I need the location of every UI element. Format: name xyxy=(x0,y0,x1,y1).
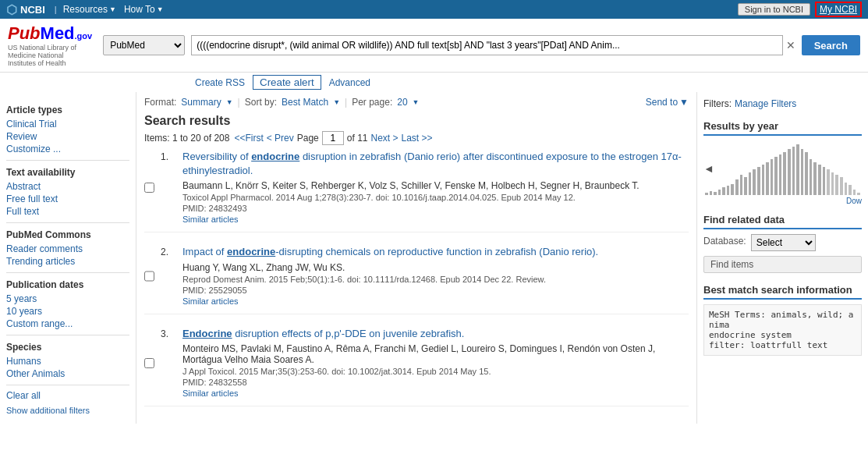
chart-bar[interactable] xyxy=(845,183,848,195)
format-select[interactable]: Summary xyxy=(181,97,221,108)
article-title-link-3[interactable]: Endocrine disruption effects of p,p'-DDE… xyxy=(182,328,464,339)
database-dropdown[interactable]: Select PubMed Gene Protein Nucleotide xyxy=(751,234,816,251)
filter-other-animals[interactable]: Other Animals xyxy=(6,367,129,380)
chart-bar[interactable] xyxy=(710,191,713,195)
find-items-button[interactable]: Find items xyxy=(703,256,862,273)
create-alert-button[interactable]: Create alert xyxy=(253,75,321,90)
chart-bar[interactable] xyxy=(766,162,769,195)
myncbi-link[interactable]: My NCBI xyxy=(820,4,857,15)
article-checkbox-1[interactable] xyxy=(144,151,154,224)
chart-bar[interactable] xyxy=(740,175,743,195)
chart-bar[interactable] xyxy=(788,149,791,195)
filter-custom-range[interactable]: Custom range... xyxy=(6,318,129,330)
chart-bar[interactable] xyxy=(796,144,799,195)
filter-free-full-text[interactable]: Free full text xyxy=(6,193,129,205)
article-content-2: Impact of endocrine-disrupting chemicals… xyxy=(182,245,689,305)
filter-full-text[interactable]: Full text xyxy=(6,205,129,218)
search-subnav: Create RSS Create alert Advanced xyxy=(0,73,868,92)
perpage-select[interactable]: 20 xyxy=(397,97,407,108)
chart-bar[interactable] xyxy=(771,159,774,195)
clear-all-link[interactable]: Clear all xyxy=(6,390,129,401)
nlm-tagline: US National Library of Medicine National… xyxy=(8,44,92,67)
chart-bar[interactable] xyxy=(835,175,838,195)
signin-button[interactable]: Sign in to NCBI xyxy=(738,3,810,16)
resources-menu[interactable]: Resources ▼ xyxy=(63,4,116,15)
page-label: Page xyxy=(297,133,319,144)
chart-bar[interactable] xyxy=(774,157,778,195)
pubmed-logo: PubMed.gov US National Library of Medici… xyxy=(8,23,92,67)
pagination: <<First < Prev Page 1 of 11 Next > Last … xyxy=(234,131,432,145)
next-page-link[interactable]: Next > xyxy=(371,133,399,144)
chart-bar[interactable] xyxy=(779,154,782,195)
database-select[interactable]: PubMed Nucleotide Protein Gene PMC All D… xyxy=(103,35,185,55)
ncbi-logo[interactable]: ⬡ NCBI xyxy=(6,2,45,17)
last-page-link[interactable]: Last >> xyxy=(402,133,433,144)
article-checkbox-2[interactable] xyxy=(144,247,154,305)
chart-bar[interactable] xyxy=(818,165,821,195)
filter-abstract[interactable]: Abstract xyxy=(6,180,129,193)
chart-bar[interactable] xyxy=(783,152,786,195)
chart-bar[interactable] xyxy=(731,184,734,195)
chart-bar[interactable] xyxy=(757,167,760,195)
chart-bar[interactable] xyxy=(805,152,808,195)
chart-bar[interactable] xyxy=(831,172,834,195)
chart-bar[interactable] xyxy=(718,190,721,195)
similar-articles-link-1[interactable]: Similar articles xyxy=(182,215,689,224)
chart-download-link[interactable]: Dow xyxy=(703,197,862,205)
create-rss-link[interactable]: Create RSS xyxy=(195,77,245,88)
sendto-label: Send to xyxy=(646,97,678,108)
chart-bar[interactable] xyxy=(753,169,756,195)
format-arrow-icon: ▼ xyxy=(226,98,233,106)
filter-trending-articles[interactable]: Trending articles xyxy=(6,255,129,268)
chart-bar[interactable] xyxy=(722,187,725,195)
chart-bar[interactable] xyxy=(762,165,765,195)
similar-articles-link-2[interactable]: Similar articles xyxy=(182,296,689,306)
chart-bar[interactable] xyxy=(827,169,830,195)
chart-bar[interactable] xyxy=(823,167,826,195)
chart-bar[interactable] xyxy=(801,149,804,195)
filter-review[interactable]: Review xyxy=(6,130,129,143)
filter-5years[interactable]: 5 years xyxy=(6,293,129,305)
chart-bar[interactable] xyxy=(735,179,739,195)
manage-filters-link[interactable]: Manage Filters xyxy=(735,98,796,109)
chart-bar[interactable] xyxy=(813,162,817,195)
article-title-3: Endocrine disruption effects of p,p'-DDE… xyxy=(182,327,689,341)
chart-bar[interactable] xyxy=(714,192,717,195)
publication-dates-title: Publication dates xyxy=(6,279,129,290)
page-input[interactable]: 1 xyxy=(322,131,344,145)
chart-bar[interactable] xyxy=(810,159,813,195)
chart-bar[interactable] xyxy=(853,190,856,195)
items-count: Items: 1 to 20 of 208 xyxy=(144,133,229,144)
chart-bar[interactable] xyxy=(705,193,708,195)
chart-bar[interactable] xyxy=(744,177,747,195)
search-input[interactable] xyxy=(191,35,782,55)
article-checkbox-3[interactable] xyxy=(144,328,154,398)
chart-bar[interactable] xyxy=(749,172,752,195)
chart-bar[interactable] xyxy=(792,147,795,195)
filter-customize[interactable]: Customize ... xyxy=(6,143,129,155)
search-button[interactable]: Search xyxy=(802,35,860,55)
chart-bar[interactable] xyxy=(727,186,730,195)
chart-bar[interactable] xyxy=(857,193,860,195)
clear-search-icon[interactable]: ✕ xyxy=(786,39,795,51)
filter-humans[interactable]: Humans xyxy=(6,355,129,367)
advanced-link[interactable]: Advanced xyxy=(329,77,370,88)
species-title: Species xyxy=(6,342,129,353)
chart-left-arrow-icon[interactable]: ◄ xyxy=(703,162,714,175)
filter-reader-comments[interactable]: Reader comments xyxy=(6,243,129,255)
chart-bar[interactable] xyxy=(840,177,843,195)
article-title-link-1[interactable]: Reversibility of endocrine disruption in… xyxy=(182,151,682,176)
show-additional-filters-link[interactable]: Show additional filters xyxy=(6,406,129,415)
sortby-select[interactable]: Best Match xyxy=(282,97,328,108)
chart-bar[interactable] xyxy=(849,185,852,195)
best-match-content: MeSH Terms: animals, wild; anima endocri… xyxy=(703,304,862,356)
filter-10years[interactable]: 10 years xyxy=(6,305,129,318)
first-page-link[interactable]: <<First xyxy=(234,133,263,144)
similar-articles-link-3[interactable]: Similar articles xyxy=(182,389,689,398)
article-title-link-2[interactable]: Impact of endocrine-disrupting chemicals… xyxy=(182,246,598,257)
article-types-title: Article types xyxy=(6,105,129,115)
prev-page-link[interactable]: < Prev xyxy=(267,133,294,144)
howto-menu[interactable]: How To ▼ xyxy=(124,4,164,15)
filter-clinical-trial[interactable]: Clinical Trial xyxy=(6,118,129,130)
sendto-button[interactable]: Send to ▼ xyxy=(646,97,689,108)
